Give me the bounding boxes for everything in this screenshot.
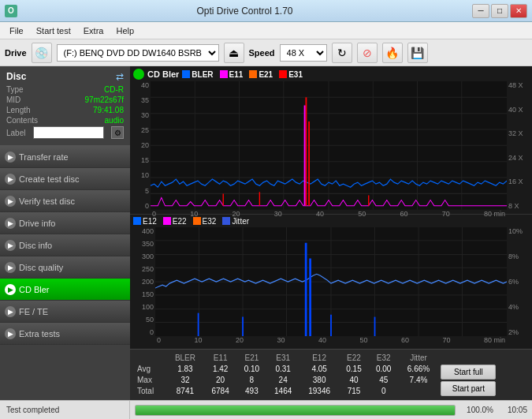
status-right: 100.0% 10:05	[130, 405, 532, 416]
e12-dot	[133, 217, 141, 225]
drive-select[interactable]: (F:) BENQ DVD DD DW1640 BSRB	[57, 44, 219, 62]
cd-bler-icon: ▶	[5, 284, 16, 295]
sidebar-cd-bler[interactable]: ▶ CD Bler	[0, 279, 130, 301]
stats-total-e32: 0	[369, 386, 399, 397]
sidebar: Disc ⇄ Type CD-R MID 97m22s67f Length 79…	[0, 66, 130, 400]
menu-start-test[interactable]: Start test	[30, 24, 77, 37]
chart1-icon	[133, 69, 144, 80]
stats-total-e31: 1464	[266, 386, 299, 397]
status-bar: Test completed 100.0% 10:05	[0, 400, 532, 419]
stats-max-bler: 32	[166, 374, 204, 385]
sidebar-disc-info[interactable]: ▶ Disc info	[0, 234, 130, 256]
stats-avg-e22: 0.15	[339, 363, 369, 374]
chart1-plot	[151, 81, 507, 210]
disc-arrow-icon[interactable]: ⇄	[116, 71, 124, 82]
legend-e22: E22	[163, 217, 187, 226]
sidebar-transfer-rate[interactable]: ▶ Transfer rate	[0, 146, 130, 168]
menu-file[interactable]: File	[3, 24, 30, 37]
start-part-button[interactable]: Start part	[441, 381, 496, 396]
chart1-title: CD Bler BLER E11 E21	[133, 69, 529, 80]
stats-total-bler: 8741	[166, 386, 204, 397]
stats-max-e22: 40	[339, 374, 369, 385]
main-area: Disc ⇄ Type CD-R MID 97m22s67f Length 79…	[0, 66, 532, 400]
chart2-container: E12 E22 E32 Jitter 400350300250200150100…	[130, 215, 532, 349]
sidebar-disc-quality[interactable]: ▶ Disc quality	[0, 256, 130, 279]
e32-dot	[193, 217, 201, 225]
stats-total-e12: 19346	[299, 386, 339, 397]
chart2-svg	[155, 227, 507, 336]
stats-col-jitter: Jitter	[399, 353, 439, 363]
menu-help[interactable]: Help	[110, 24, 140, 37]
stats-max-e11: 20	[204, 374, 237, 385]
stats-avg-row: Avg 1.83 1.42 0.10 0.31 4.05 0.15 0.00 6…	[135, 363, 527, 374]
save-button[interactable]: 💾	[407, 43, 428, 63]
stats-avg-e11: 1.42	[204, 363, 237, 374]
chart2-plot	[155, 227, 507, 336]
status-window-button[interactable]: Test completed	[0, 401, 130, 419]
stats-avg-e21: 0.10	[237, 363, 267, 374]
disc-info-icon: ▶	[5, 240, 16, 251]
drive-label: Drive	[5, 48, 27, 58]
stats-col-e32: E32	[369, 353, 399, 363]
sidebar-extra-tests[interactable]: ▶ Extra tests	[0, 323, 130, 345]
legend-jitter: Jitter	[222, 217, 249, 226]
stats-max-e32: 45	[369, 374, 399, 385]
chart2-y-axis: 400350300250200150100500	[133, 227, 155, 336]
progress-bar	[136, 406, 455, 415]
sidebar-fe-te[interactable]: ▶ FE / TE	[0, 301, 130, 323]
progress-bar-container	[135, 405, 456, 416]
stats-table: BLER E11 E21 E31 E12 E22 E32 Jitter Avg	[135, 353, 527, 397]
sidebar-drive-info[interactable]: ▶ Drive info	[0, 212, 130, 234]
stats-col-e22: E22	[339, 353, 369, 363]
label-gear-button[interactable]: ⚙	[111, 126, 124, 139]
chart1-y-axis: 4035302520151050	[133, 81, 151, 210]
maximize-button[interactable]: □	[491, 4, 508, 18]
chart1-svg	[151, 81, 507, 210]
close-button[interactable]: ✕	[510, 4, 527, 18]
disc-panel-title: Disc	[6, 71, 26, 82]
verify-test-disc-icon: ▶	[5, 196, 16, 207]
burn-button[interactable]: 🔥	[382, 43, 403, 63]
stats-total-e11: 6784	[204, 386, 237, 397]
legend-e32: E32	[193, 217, 217, 226]
drive-bar: Drive 💿 (F:) BENQ DVD DD DW1640 BSRB ⏏ S…	[0, 39, 532, 66]
extra-tests-icon: ▶	[5, 328, 16, 339]
legend-e11: E11	[220, 70, 244, 79]
stats-avg-label: Avg	[135, 363, 166, 374]
title-bar: O Opti Drive Control 1.70 ─ □ ✕	[0, 0, 532, 22]
disc-type-label: Type	[6, 85, 24, 94]
stats-max-e12: 380	[299, 374, 339, 385]
action-buttons-container: Start full Start part	[441, 365, 525, 396]
app-title: Opti Drive Control 1.70	[17, 6, 472, 17]
stats-max-e21: 8	[237, 374, 267, 385]
speed-select[interactable]: 48 X	[280, 44, 327, 62]
menu-extra[interactable]: Extra	[77, 24, 110, 37]
legend-e12: E12	[133, 217, 157, 226]
disc-mid-value: 97m22s67f	[85, 95, 124, 104]
drive-icon: 💿	[32, 43, 52, 63]
disc-mid-label: MID	[6, 95, 20, 104]
stats-col-e12: E12	[299, 353, 339, 363]
eject-button[interactable]: ⏏	[224, 43, 244, 63]
e11-dot	[220, 70, 228, 78]
stats-header-row: BLER E11 E21 E31 E12 E22 E32 Jitter	[135, 353, 527, 363]
minimize-button[interactable]: ─	[472, 4, 489, 18]
start-full-button[interactable]: Start full	[441, 365, 496, 380]
transfer-rate-icon: ▶	[5, 152, 16, 163]
stats-avg-e12: 4.05	[299, 363, 339, 374]
e22-dot	[163, 217, 171, 225]
stats-col-e21: E21	[237, 353, 267, 363]
chart1-wrapper: 4035302520151050	[133, 81, 529, 210]
stats-avg-jitter: 6.66%	[399, 363, 439, 374]
disc-label-input[interactable]	[33, 126, 104, 139]
refresh-button[interactable]: ↻	[332, 43, 352, 63]
fe-te-icon: ▶	[5, 306, 16, 317]
sidebar-create-test-disc[interactable]: ▶ Create test disc	[0, 168, 130, 190]
sidebar-verify-test-disc[interactable]: ▶ Verify test disc	[0, 190, 130, 212]
disc-length-label: Length	[6, 106, 31, 114]
legend-e21: E21	[249, 70, 273, 79]
erase-button[interactable]: ⊘	[357, 43, 378, 63]
disc-quality-icon: ▶	[5, 262, 16, 273]
stats-avg-e32: 0.00	[369, 363, 399, 374]
chart1-legend: BLER E11 E21 E31	[182, 70, 303, 79]
